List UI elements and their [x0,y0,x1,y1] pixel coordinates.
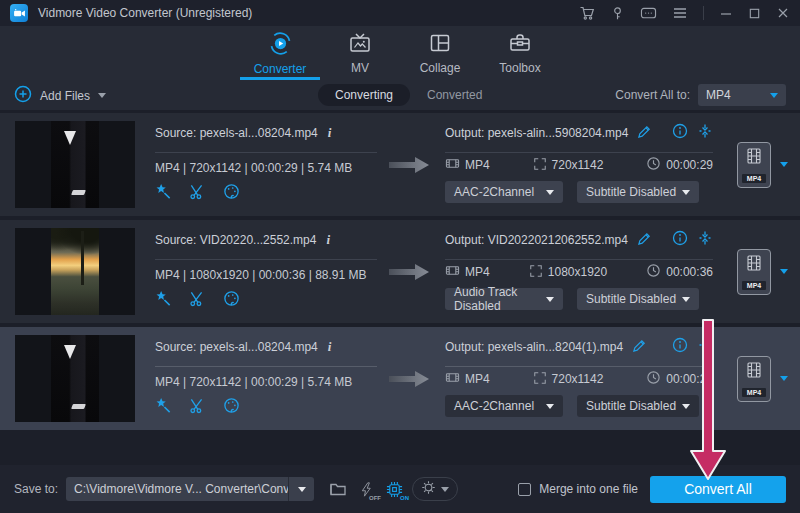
compress-icon[interactable] [697,123,713,142]
info-icon[interactable]: i [328,125,332,141]
source-filename: Source: pexels-al...08204.mp4 [155,340,318,354]
add-files-button[interactable]: Add Files [14,85,106,106]
app-window: Vidmore Video Converter (Unregistered) C… [0,0,800,513]
file-row[interactable]: Source: VID20220...2552.mp4i MP4 | 1080x… [0,220,800,323]
palette-icon[interactable] [223,290,240,310]
chevron-down-icon[interactable] [98,93,106,98]
file-toolbar: Add Files Converting Converted Convert A… [0,80,800,110]
hardware-acceleration-off-button[interactable]: OFF [352,477,380,501]
convert-all-button[interactable]: Convert All [650,476,786,503]
output-resolution: 720x1142 [552,372,604,386]
resolution-icon [529,264,543,281]
info-icon[interactable]: i [328,339,332,355]
tab-converter[interactable]: Converter [240,26,320,80]
converted-toggle[interactable]: Converted [410,84,499,106]
chevron-down-icon [546,404,554,409]
convert-all-to-select[interactable]: MP4 [698,84,786,106]
save-path-dropdown[interactable] [288,477,314,501]
convert-all-to-value: MP4 [706,88,731,102]
film-icon [445,263,460,281]
edit-wand-icon[interactable] [155,397,172,417]
audio-track-dropdown[interactable]: Audio Track Disabled [445,288,563,310]
close-button[interactable] [776,6,790,20]
output-duration: 00:00:36 [666,265,713,279]
chevron-down-icon [682,190,690,195]
output-info-icon[interactable] [672,230,688,249]
format-chevron-icon[interactable] [780,376,788,381]
window-title: Vidmore Video Converter (Unregistered) [38,6,252,20]
compress-icon[interactable] [697,230,713,249]
output-info-icon[interactable] [672,337,688,356]
info-icon[interactable]: i [326,232,330,248]
resolution-icon [533,371,547,388]
cut-scissors-icon[interactable] [189,290,206,310]
flow-arrow-icon [387,368,431,390]
audio-track-dropdown[interactable]: AAC-2Channel [445,181,563,203]
merge-label: Merge into one file [539,482,638,496]
flow-arrow-icon [387,261,431,283]
save-path-field[interactable]: C:\Vidmore\Vidmore V... Converter\Conver… [66,477,288,501]
output-resolution: 1080x1920 [548,265,607,279]
tab-toolbox[interactable]: Toolbox [480,26,560,80]
titlebar: Vidmore Video Converter (Unregistered) [0,0,800,26]
compress-icon[interactable] [697,337,713,356]
gear-icon [421,480,436,498]
source-filename: Source: VID20220...2552.mp4 [155,233,316,247]
palette-icon[interactable] [223,183,240,203]
file-row[interactable]: Source: pexels-al...08204.mp4i MP4 | 720… [0,327,800,430]
format-chevron-icon[interactable] [780,162,788,167]
output-format: MP4 [465,265,490,279]
gpu-acceleration-on-button[interactable]: ON [380,477,408,501]
source-filename: Source: pexels-al...08204.mp4 [155,126,318,140]
file-row[interactable]: Source: pexels-al...08204.mp4i MP4 | 720… [0,113,800,216]
rename-pencil-icon[interactable] [632,338,647,356]
converting-toggle[interactable]: Converting [318,84,410,106]
edit-wand-icon[interactable] [155,290,172,310]
output-resolution: 720x1142 [552,158,604,172]
settings-button[interactable] [412,477,458,501]
edit-wand-icon[interactable] [155,183,172,203]
divider [445,152,713,153]
key-icon[interactable] [610,6,625,21]
save-to-label: Save to: [14,482,58,496]
cart-icon[interactable] [579,5,595,21]
output-format-badge[interactable]: MP4 [737,249,771,295]
subtitle-dropdown[interactable]: Subtitle Disabled [577,288,699,310]
output-format: MP4 [465,158,490,172]
clock-icon [646,156,661,174]
film-icon [445,156,460,174]
format-chevron-icon[interactable] [780,269,788,274]
open-folder-button[interactable] [324,477,352,501]
output-duration: 00:00:29 [666,372,713,386]
cut-scissors-icon[interactable] [189,183,206,203]
video-thumbnail [15,228,135,315]
file-list: Source: pexels-al...08204.mp4i MP4 | 720… [0,110,800,465]
minimize-button[interactable] [719,6,733,20]
bottom-bar: Save to: C:\Vidmore\Vidmore V... Convert… [0,465,800,513]
output-info-icon[interactable] [672,123,688,142]
rename-pencil-icon[interactable] [637,231,652,249]
merge-checkbox[interactable] [518,483,531,496]
tab-mv[interactable]: MV [320,26,400,80]
feedback-icon[interactable] [640,6,657,21]
maximize-button[interactable] [748,7,761,20]
collage-icon [428,31,452,58]
subtitle-dropdown[interactable]: Subtitle Disabled [577,395,699,417]
rename-pencil-icon[interactable] [637,124,652,142]
audio-track-dropdown[interactable]: AAC-2Channel [445,395,563,417]
main-nav: Converter MV Collage Toolbox [0,26,800,80]
menu-icon[interactable] [672,6,688,20]
output-format-badge[interactable]: MP4 [737,142,771,188]
video-thumbnail [15,335,135,422]
tab-label: Converter [254,62,307,76]
chevron-down-icon [682,404,690,409]
cut-scissors-icon[interactable] [189,397,206,417]
output-duration: 00:00:29 [666,158,713,172]
tab-collage[interactable]: Collage [400,26,480,80]
subtitle-dropdown[interactable]: Subtitle Disabled [577,181,699,203]
chevron-down-icon [546,190,554,195]
palette-icon[interactable] [223,397,240,417]
app-logo-icon [10,4,28,22]
output-format-badge[interactable]: MP4 [737,356,771,402]
output-filename: Output: pexels-alin...5908204.mp4 [445,126,628,140]
